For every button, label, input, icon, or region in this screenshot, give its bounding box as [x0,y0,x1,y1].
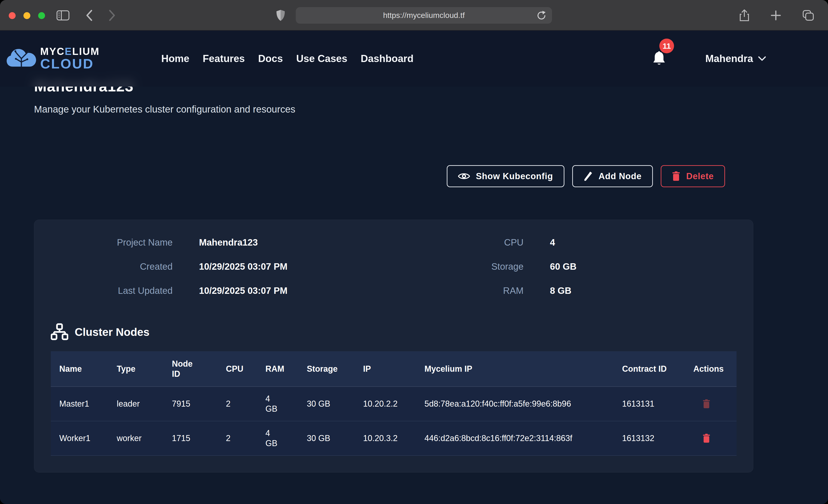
ram-label: RAM [394,285,524,296]
cell-mycelium-ip: 5d8:78ea:a120:f40c:ff0f:a5fe:99e6:8b96 [416,393,614,415]
cluster-nodes-heading: Cluster Nodes [51,323,737,341]
col-mycelium-ip: Mycelium IP [416,357,614,381]
cell-name: Worker1 [51,427,108,449]
cell-cpu: 2 [217,427,257,449]
nav-link-home[interactable]: Home [161,53,190,64]
notification-count-badge: 11 [659,39,674,53]
trash-icon [672,171,680,181]
col-ram: RAM [257,357,298,381]
cluster-info-panel: Project Name Mahendra123 Created 10/29/2… [34,220,753,472]
new-tab-icon[interactable] [771,10,781,21]
storage-value: 60 GB [550,261,737,272]
cell-type: worker [108,427,163,449]
storage-label: Storage [394,261,524,272]
address-bar-url: https://myceliumcloud.tf [383,11,465,20]
brand-logo[interactable]: MYCELIUM CLOUD [6,45,100,72]
col-storage: Storage [298,357,355,381]
last-updated-label: Last Updated [51,285,173,296]
network-nodes-icon [51,323,68,341]
cpu-label: CPU [394,237,524,248]
last-updated-value: 10/29/2025 03:07 PM [199,285,394,296]
share-icon[interactable] [739,9,749,22]
add-node-button[interactable]: Add Node [572,165,653,187]
cell-ip: 10.20.2.2 [355,393,416,415]
cell-contract-id: 1613132 [614,427,685,449]
created-value: 10/29/2025 03:07 PM [199,261,394,272]
user-menu[interactable]: Mahendra [705,53,766,64]
delete-label: Delete [686,171,714,181]
bell-icon [653,51,666,66]
show-kubeconfig-button[interactable]: Show Kubeconfig [447,165,565,187]
browser-chrome: https://myceliumcloud.tf [0,0,828,31]
col-actions: Actions [685,357,737,381]
cell-ip: 10.20.3.2 [355,427,416,449]
col-node-id: Node ID [163,352,200,386]
cell-storage: 30 GB [298,393,355,415]
cluster-nodes-table: Name Type Node ID CPU RAM Storage IP Myc… [51,351,737,456]
col-ip: IP [355,357,416,381]
cell-node-id: 1715 [163,427,217,449]
notifications-button[interactable]: 11 [653,51,666,66]
cluster-overview: Project Name Mahendra123 Created 10/29/2… [51,237,737,296]
cell-mycelium-ip: 446:d2a6:8bcd:8c16:ff0f:72e2:3114:863f [416,427,614,449]
browser-window: https://myceliumcloud.tf Mahendra123 Man… [0,0,828,504]
nav-link-dashboard[interactable]: Dashboard [361,53,414,64]
site-navbar: MYCELIUM CLOUD Home Features Docs Use Ca… [0,31,828,87]
cpu-value: 4 [550,237,737,248]
eye-icon [458,172,470,180]
pencil-icon [583,171,593,181]
cell-ram: 4 GB [265,428,282,449]
table-row: Master1 leader 7915 2 4 GB 30 GB 10.20.2… [51,387,737,421]
delete-node-button[interactable] [703,399,710,409]
cluster-nodes-title: Cluster Nodes [75,326,150,338]
col-contract-id: Contract ID [614,357,671,381]
mycelium-cloud-logo-icon [6,45,38,72]
tab-overview-icon[interactable] [802,10,814,21]
chevron-down-icon [758,56,766,61]
cell-cpu: 2 [217,393,257,415]
show-kubeconfig-label: Show Kubeconfig [476,171,553,181]
cell-storage: 30 GB [298,427,355,449]
add-node-label: Add Node [598,171,641,181]
cell-name: Master1 [51,393,108,415]
col-name: Name [51,357,108,381]
user-name: Mahendra [705,53,753,64]
cell-type: leader [108,393,163,415]
brand-name: MYCELIUM CLOUD [40,46,100,71]
col-type: Type [108,357,163,381]
table-header-row: Name Type Node ID CPU RAM Storage IP Myc… [51,351,737,387]
cell-node-id: 7915 [163,393,217,415]
col-cpu: CPU [217,357,257,381]
table-row: Worker1 worker 1715 2 4 GB 30 GB 10.20.3… [51,421,737,456]
project-name-value: Mahendra123 [199,237,394,248]
page-viewport: Mahendra123 Manage your Kubernetes clust… [0,31,828,504]
delete-cluster-button[interactable]: Delete [661,165,725,187]
privacy-shield-icon[interactable] [276,9,285,22]
nav-link-features[interactable]: Features [203,53,245,64]
reload-icon[interactable] [537,10,546,21]
nav-links: Home Features Docs Use Cases Dashboard [161,53,414,64]
address-bar[interactable]: https://myceliumcloud.tf [296,7,552,24]
nav-link-docs[interactable]: Docs [258,53,283,64]
created-label: Created [51,261,173,272]
nav-link-use-cases[interactable]: Use Cases [296,53,347,64]
ram-value: 8 GB [550,285,737,296]
cell-contract-id: 1613131 [614,393,685,415]
cell-ram: 4 GB [265,394,282,414]
project-name-label: Project Name [51,237,173,248]
cluster-actions: Show Kubeconfig Add Node Delete [0,165,725,187]
page-subtitle: Manage your Kubernetes cluster configura… [34,103,828,115]
delete-node-button[interactable] [703,433,710,443]
